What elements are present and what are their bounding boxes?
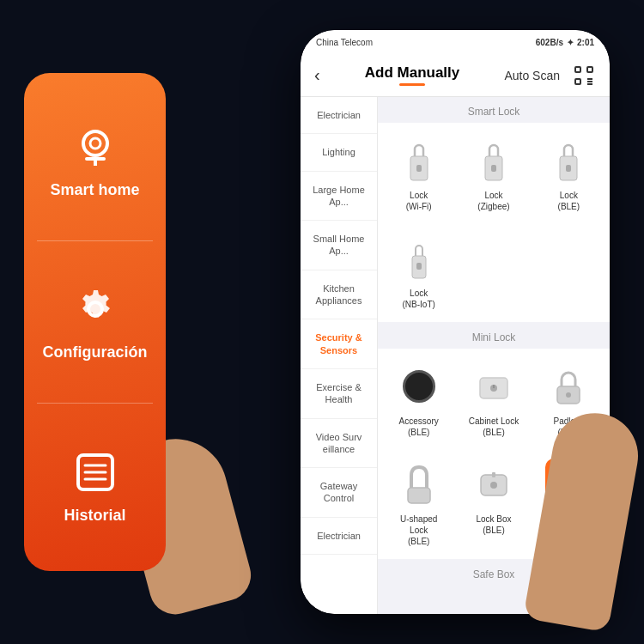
historial-label: Historial <box>64 507 125 526</box>
lock-zigbee-label: Lock(Zigbee) <box>477 190 509 212</box>
camera-icon <box>68 119 123 174</box>
sidebar-item-electrician[interactable]: Electrician <box>301 97 377 134</box>
sidebar-item-gateway[interactable]: Gateway Control <box>301 468 377 518</box>
svg-rect-27 <box>408 488 430 503</box>
accessory-ble-item[interactable]: Accessory(BLE) <box>385 354 453 445</box>
configuracion-item[interactable]: Configuración <box>43 282 148 362</box>
svg-rect-17 <box>491 165 496 172</box>
nav-bar: ‹ Add Manually Auto Scan <box>301 54 610 97</box>
sidebar-item-exercise[interactable]: Exercise & Health <box>301 369 377 419</box>
lockbox-ble-item[interactable]: Lock Box(BLE) <box>459 452 527 554</box>
lock-wifi-icon <box>398 135 440 186</box>
sidebar-item-security[interactable]: Security & Sensors <box>301 319 377 369</box>
sidebar-item-large-home[interactable]: Large Home Ap... <box>301 172 377 222</box>
mini-lock-header: Mini Lock <box>378 323 610 349</box>
status-right: 602B/s ✦ 2:01 <box>536 38 594 47</box>
svg-point-29 <box>490 482 497 489</box>
svg-rect-30 <box>492 472 495 477</box>
svg-rect-10 <box>575 79 580 84</box>
sidebar-item-lighting[interactable]: Lighting <box>301 134 377 171</box>
padlock-ble-icon <box>547 361 590 412</box>
smart-home-item[interactable]: Smart home <box>50 119 139 200</box>
divider-1 <box>37 240 153 241</box>
u-lock-ble-icon <box>398 459 440 510</box>
smart-lock-grid: Lock(Wi-Fi) Lock(Zigbee) <box>378 123 610 322</box>
left-card: Smart home Configuración Historial <box>24 73 166 571</box>
u-lock-ble-item[interactable]: U-shapedLock(BLE) <box>385 452 453 554</box>
lockbox-ble-icon <box>472 459 515 510</box>
svg-point-1 <box>90 138 100 149</box>
time-text: 2:01 <box>577 38 594 47</box>
signal-text: 602B/s <box>536 38 563 47</box>
accessory-ble-icon <box>398 361 440 412</box>
sidebar-item-kitchen[interactable]: Kitchen Appliances <box>301 270 377 320</box>
smart-lock-header: Smart Lock <box>378 97 610 123</box>
nav-right: Auto Scan <box>504 64 596 88</box>
svg-rect-8 <box>575 67 580 72</box>
auto-scan-link[interactable]: Auto Scan <box>504 69 560 82</box>
lock-zigbee-icon <box>472 135 515 186</box>
u-lock-ble-label: U-shapedLock(BLE) <box>400 513 437 547</box>
svg-point-0 <box>83 131 107 155</box>
lock-ble-label: Lock(BLE) <box>558 190 580 212</box>
svg-point-26 <box>566 392 571 398</box>
accessory-ble-label: Accessory(BLE) <box>399 416 439 438</box>
back-button[interactable]: ‹ <box>314 65 320 85</box>
lock-nbiot-item[interactable]: Lock(NB-IoT) <box>385 226 453 317</box>
lock-nbiot-icon <box>398 233 440 284</box>
svg-rect-21 <box>416 263 422 270</box>
lock-wifi-item[interactable]: Lock(Wi-Fi) <box>385 128 453 219</box>
historial-item[interactable]: Historial <box>64 445 125 526</box>
sidebar-item-video[interactable]: Video Surv eillance <box>301 419 377 469</box>
category-sidebar: Electrician Lighting Large Home Ap... Sm… <box>301 97 378 614</box>
lock-wifi-label: Lock(Wi-Fi) <box>406 190 432 212</box>
smart-home-label: Smart home <box>50 181 139 200</box>
svg-rect-19 <box>566 165 571 172</box>
divider-2 <box>37 403 153 404</box>
svg-rect-2 <box>85 157 106 161</box>
bluetooth-icon: ✦ <box>567 38 574 47</box>
lock-nbiot-label: Lock(NB-IoT) <box>402 288 434 310</box>
gear-icon <box>68 282 123 337</box>
configuracion-label: Configuración <box>43 343 148 362</box>
nav-title: Add Manually <box>365 64 460 82</box>
svg-rect-3 <box>94 161 97 166</box>
status-bar: China Telecom 602B/s ✦ 2:01 <box>301 30 610 54</box>
cabinet-lock-ble-icon <box>472 361 515 412</box>
cabinet-lock-ble-item[interactable]: Cabinet Lock(BLE) <box>459 354 527 445</box>
sidebar-item-small-home[interactable]: Small Home Ap... <box>301 221 377 270</box>
lockbox-ble-label: Lock Box(BLE) <box>476 513 511 536</box>
svg-rect-9 <box>587 67 592 72</box>
list-icon <box>68 445 123 500</box>
svg-rect-15 <box>416 165 422 172</box>
lock-ble-item[interactable]: Lock(BLE) <box>535 128 603 219</box>
cabinet-lock-ble-label: Cabinet Lock(BLE) <box>469 416 519 438</box>
scan-icon-button[interactable] <box>572 64 596 88</box>
lock-ble-icon <box>547 135 590 186</box>
sidebar-item-electrician2[interactable]: Electrician <box>301 518 377 555</box>
lock-zigbee-item[interactable]: Lock(Zigbee) <box>459 128 527 219</box>
carrier-text: China Telecom <box>316 38 373 47</box>
title-underline <box>399 83 425 86</box>
